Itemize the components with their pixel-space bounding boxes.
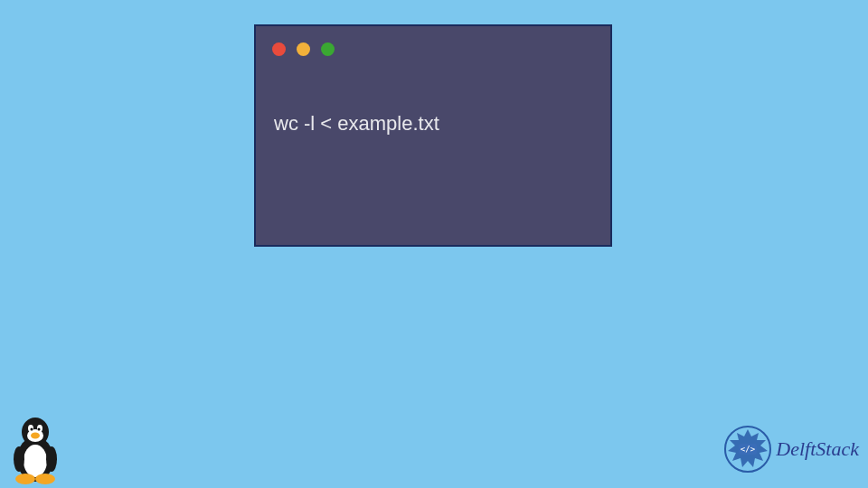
- svg-point-11: [14, 446, 24, 472]
- delftstack-label: DelftStack: [776, 437, 859, 461]
- minimize-icon[interactable]: [297, 42, 310, 56]
- svg-point-7: [38, 428, 41, 431]
- linux-tux-icon: [5, 414, 65, 484]
- command-text: wc -l < example.txt: [274, 112, 439, 135]
- window-titlebar: [256, 35, 610, 62]
- svg-text:</>: </>: [741, 445, 756, 454]
- svg-point-10: [35, 474, 55, 484]
- terminal-window: wc -l < example.txt: [254, 24, 612, 247]
- delftstack-logo-icon: </>: [723, 425, 772, 474]
- svg-point-8: [31, 433, 40, 439]
- svg-point-2: [24, 445, 47, 477]
- svg-point-6: [31, 428, 33, 431]
- svg-point-9: [15, 474, 35, 484]
- delftstack-branding: </> DelftStack: [723, 425, 859, 474]
- svg-point-12: [46, 446, 57, 472]
- maximize-icon[interactable]: [321, 42, 335, 56]
- terminal-content: wc -l < example.txt: [256, 62, 610, 154]
- close-icon[interactable]: [272, 42, 286, 56]
